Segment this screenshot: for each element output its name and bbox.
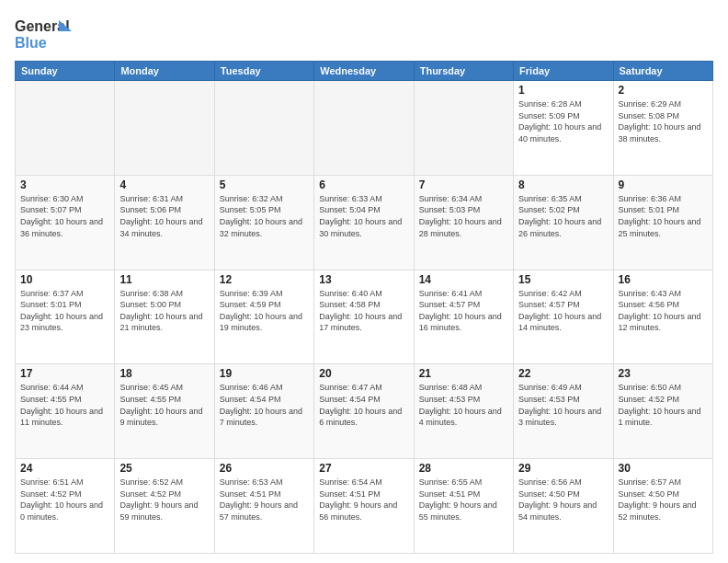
day-info: Sunrise: 6:47 AM Sunset: 4:54 PM Dayligh… [319, 382, 408, 428]
day-cell: 27Sunrise: 6:54 AM Sunset: 4:51 PM Dayli… [314, 459, 414, 554]
day-cell: 26Sunrise: 6:53 AM Sunset: 4:51 PM Dayli… [214, 459, 313, 554]
day-cell: 7Sunrise: 6:34 AM Sunset: 5:03 PM Daylig… [414, 175, 513, 270]
day-info: Sunrise: 6:51 AM Sunset: 4:52 PM Dayligh… [20, 477, 109, 523]
day-number: 10 [20, 273, 109, 286]
day-info: Sunrise: 6:52 AM Sunset: 4:52 PM Dayligh… [119, 477, 209, 523]
day-number: 1 [518, 84, 608, 97]
day-number: 17 [20, 367, 109, 380]
day-cell [414, 81, 513, 176]
day-number: 13 [319, 273, 408, 286]
day-cell: 23Sunrise: 6:50 AM Sunset: 4:52 PM Dayli… [613, 364, 712, 459]
day-info: Sunrise: 6:56 AM Sunset: 4:50 PM Dayligh… [518, 477, 608, 523]
day-number: 19 [220, 367, 309, 380]
day-info: Sunrise: 6:43 AM Sunset: 4:56 PM Dayligh… [619, 288, 708, 334]
calendar-table: SundayMondayTuesdayWednesdayThursdayFrid… [15, 61, 713, 554]
day-cell: 11Sunrise: 6:38 AM Sunset: 5:00 PM Dayli… [115, 270, 214, 364]
day-number: 25 [119, 462, 209, 475]
day-cell: 1Sunrise: 6:28 AM Sunset: 5:09 PM Daylig… [514, 81, 613, 176]
day-info: Sunrise: 6:44 AM Sunset: 4:55 PM Dayligh… [20, 382, 109, 428]
col-header-friday: Friday [514, 62, 613, 81]
day-cell: 20Sunrise: 6:47 AM Sunset: 4:54 PM Dayli… [314, 364, 414, 459]
day-cell: 8Sunrise: 6:35 AM Sunset: 5:02 PM Daylig… [514, 175, 613, 270]
day-info: Sunrise: 6:55 AM Sunset: 4:51 PM Dayligh… [419, 477, 508, 523]
day-cell: 30Sunrise: 6:57 AM Sunset: 4:50 PM Dayli… [613, 459, 712, 554]
day-number: 14 [419, 273, 508, 286]
week-row-4: 17Sunrise: 6:44 AM Sunset: 4:55 PM Dayli… [16, 364, 713, 459]
week-row-2: 3Sunrise: 6:30 AM Sunset: 5:07 PM Daylig… [16, 175, 713, 270]
day-number: 4 [119, 178, 209, 191]
day-number: 21 [419, 367, 508, 380]
day-number: 12 [220, 273, 309, 286]
day-number: 16 [619, 273, 708, 286]
day-info: Sunrise: 6:45 AM Sunset: 4:55 PM Dayligh… [119, 382, 209, 428]
day-info: Sunrise: 6:48 AM Sunset: 4:53 PM Dayligh… [419, 382, 508, 428]
day-number: 5 [220, 178, 309, 191]
day-cell: 21Sunrise: 6:48 AM Sunset: 4:53 PM Dayli… [414, 364, 513, 459]
day-number: 30 [619, 462, 708, 475]
day-cell: 4Sunrise: 6:31 AM Sunset: 5:06 PM Daylig… [115, 175, 214, 270]
day-cell: 28Sunrise: 6:55 AM Sunset: 4:51 PM Dayli… [414, 459, 513, 554]
day-info: Sunrise: 6:39 AM Sunset: 4:59 PM Dayligh… [220, 288, 309, 334]
day-cell: 5Sunrise: 6:32 AM Sunset: 5:05 PM Daylig… [214, 175, 313, 270]
col-header-tuesday: Tuesday [214, 62, 313, 81]
day-number: 18 [119, 367, 209, 380]
col-header-saturday: Saturday [613, 62, 712, 81]
day-info: Sunrise: 6:53 AM Sunset: 4:51 PM Dayligh… [220, 477, 309, 523]
day-cell: 22Sunrise: 6:49 AM Sunset: 4:53 PM Dayli… [514, 364, 613, 459]
day-info: Sunrise: 6:38 AM Sunset: 5:00 PM Dayligh… [119, 288, 209, 334]
day-cell: 19Sunrise: 6:46 AM Sunset: 4:54 PM Dayli… [214, 364, 313, 459]
day-number: 9 [619, 178, 708, 191]
day-info: Sunrise: 6:32 AM Sunset: 5:05 PM Dayligh… [220, 193, 309, 239]
day-cell: 9Sunrise: 6:36 AM Sunset: 5:01 PM Daylig… [613, 175, 712, 270]
day-number: 2 [619, 84, 708, 97]
day-info: Sunrise: 6:54 AM Sunset: 4:51 PM Dayligh… [319, 477, 408, 523]
day-number: 26 [220, 462, 309, 475]
col-header-wednesday: Wednesday [314, 62, 414, 81]
day-cell: 15Sunrise: 6:42 AM Sunset: 4:57 PM Dayli… [514, 270, 613, 364]
day-number: 23 [619, 367, 708, 380]
day-cell [16, 81, 115, 176]
day-info: Sunrise: 6:28 AM Sunset: 5:09 PM Dayligh… [518, 98, 608, 144]
day-number: 28 [419, 462, 508, 475]
day-info: Sunrise: 6:36 AM Sunset: 5:01 PM Dayligh… [619, 193, 708, 239]
day-cell: 29Sunrise: 6:56 AM Sunset: 4:50 PM Dayli… [514, 459, 613, 554]
header-row: SundayMondayTuesdayWednesdayThursdayFrid… [16, 62, 713, 81]
day-info: Sunrise: 6:46 AM Sunset: 4:54 PM Dayligh… [220, 382, 309, 428]
day-cell [115, 81, 214, 176]
logo: GeneralBlue [15, 15, 79, 52]
day-cell: 6Sunrise: 6:33 AM Sunset: 5:04 PM Daylig… [314, 175, 414, 270]
logo-svg: GeneralBlue [15, 15, 79, 52]
day-cell: 2Sunrise: 6:29 AM Sunset: 5:08 PM Daylig… [613, 81, 712, 176]
col-header-thursday: Thursday [414, 62, 513, 81]
day-cell: 17Sunrise: 6:44 AM Sunset: 4:55 PM Dayli… [16, 364, 115, 459]
day-info: Sunrise: 6:41 AM Sunset: 4:57 PM Dayligh… [419, 288, 508, 334]
day-number: 8 [518, 178, 608, 191]
col-header-sunday: Sunday [16, 62, 115, 81]
day-info: Sunrise: 6:42 AM Sunset: 4:57 PM Dayligh… [518, 288, 608, 334]
day-cell: 10Sunrise: 6:37 AM Sunset: 5:01 PM Dayli… [16, 270, 115, 364]
day-cell: 13Sunrise: 6:40 AM Sunset: 4:58 PM Dayli… [314, 270, 414, 364]
svg-text:Blue: Blue [15, 35, 47, 51]
week-row-3: 10Sunrise: 6:37 AM Sunset: 5:01 PM Dayli… [16, 270, 713, 364]
day-cell [214, 81, 313, 176]
day-number: 7 [419, 178, 508, 191]
day-number: 20 [319, 367, 408, 380]
day-number: 27 [319, 462, 408, 475]
day-number: 22 [518, 367, 608, 380]
day-number: 15 [518, 273, 608, 286]
day-info: Sunrise: 6:34 AM Sunset: 5:03 PM Dayligh… [419, 193, 508, 239]
day-cell: 16Sunrise: 6:43 AM Sunset: 4:56 PM Dayli… [613, 270, 712, 364]
day-info: Sunrise: 6:35 AM Sunset: 5:02 PM Dayligh… [518, 193, 608, 239]
day-cell: 12Sunrise: 6:39 AM Sunset: 4:59 PM Dayli… [214, 270, 313, 364]
day-cell: 25Sunrise: 6:52 AM Sunset: 4:52 PM Dayli… [115, 459, 214, 554]
day-info: Sunrise: 6:29 AM Sunset: 5:08 PM Dayligh… [619, 98, 708, 144]
day-cell: 3Sunrise: 6:30 AM Sunset: 5:07 PM Daylig… [16, 175, 115, 270]
day-info: Sunrise: 6:49 AM Sunset: 4:53 PM Dayligh… [518, 382, 608, 428]
day-info: Sunrise: 6:31 AM Sunset: 5:06 PM Dayligh… [119, 193, 209, 239]
day-info: Sunrise: 6:30 AM Sunset: 5:07 PM Dayligh… [20, 193, 109, 239]
day-number: 24 [20, 462, 109, 475]
page: GeneralBlue SundayMondayTuesdayWednesday… [0, 0, 728, 563]
day-info: Sunrise: 6:37 AM Sunset: 5:01 PM Dayligh… [20, 288, 109, 334]
week-row-5: 24Sunrise: 6:51 AM Sunset: 4:52 PM Dayli… [16, 459, 713, 554]
day-number: 6 [319, 178, 408, 191]
